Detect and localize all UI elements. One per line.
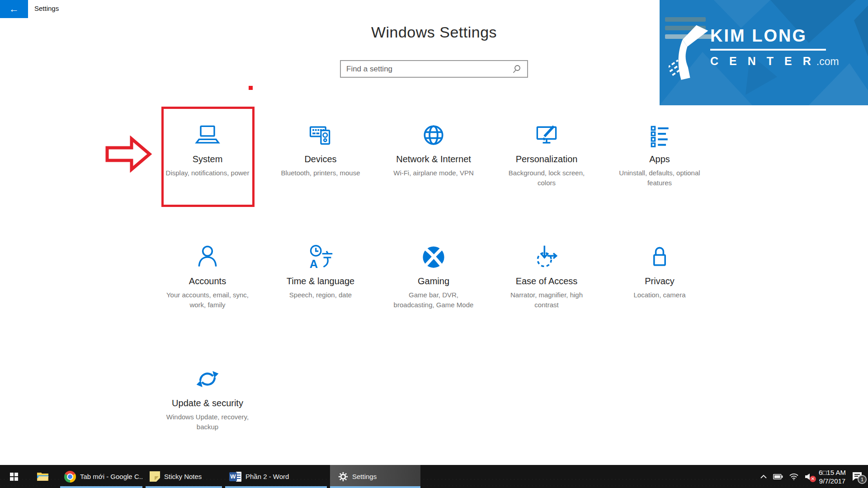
brand-suffix: .com [816,56,839,68]
tile-desc: Location, camera [633,290,685,300]
tile-title: Network & Internet [396,154,471,164]
taskbar-button-label: Settings [352,473,377,480]
system-tray: ✕ 6□15 AM 9/7/2017 1 [760,465,863,488]
annotation-dot [249,86,253,90]
running-indicator [60,486,142,488]
kimlong-brand-text: KIM LONG CENTER .com [710,26,839,68]
taskbar-button-word[interactable]: W Phần 2 - Word [225,465,327,488]
taskbar-button-label: Phần 2 - Word [245,473,289,480]
notification-count-badge: 1 [858,475,867,484]
tile-ease-of-access[interactable]: Ease of Access Narrator, magnifier, high… [490,229,603,335]
action-center-icon[interactable]: 1 [852,472,863,481]
tile-desc: Your accounts, email, sync, work, family [163,290,252,310]
tile-title: Time & language [287,276,354,286]
wifi-icon[interactable] [789,473,799,480]
tile-desc: Wi-Fi, airplane mode, VPN [393,168,474,178]
kimlong-watermark: KIM LONG CENTER .com [660,0,868,105]
tile-title: Personalization [516,154,578,164]
windows-logo-icon [10,473,18,481]
person-icon [193,243,222,272]
volume-muted-x-badge: ✕ [810,476,816,482]
annotation-arrow-icon [105,136,152,174]
tile-title: System [193,154,223,164]
banner-bar [665,17,706,22]
taskbar-button-chrome[interactable]: Tab mới - Google C... [60,465,142,488]
tile-system[interactable]: System Display, notifications, power [151,107,264,213]
tile-devices[interactable]: Devices Bluetooth, printers, mouse [264,107,377,213]
taskbar-button-label: Tab mới - Google C... [80,473,142,480]
brand-line-top: KIM LONG [710,26,839,46]
word-icon: W [229,472,241,482]
running-indicator [225,486,327,488]
tile-gaming[interactable]: Gaming Game bar, DVR, broadcasting, Game… [377,229,490,335]
tile-desc: Windows Update, recovery, backup [163,412,252,432]
tile-time-language[interactable]: A Time & language Speech, region, date [264,229,377,335]
tile-title: Ease of Access [516,276,578,286]
tile-network[interactable]: Network & Internet Wi-Fi, airplane mode,… [377,107,490,213]
tile-title: Accounts [189,276,226,286]
brand-line-bottom: CENTER [710,55,822,68]
sync-icon [193,365,222,394]
tile-desc: Background, lock screen, colors [502,168,591,188]
devices-icon [306,121,335,150]
globe-icon [419,121,448,150]
tile-desc: Bluetooth, printers, mouse [281,168,360,178]
tile-personalization[interactable]: Personalization Background, lock screen,… [490,107,603,213]
lock-icon [645,243,674,272]
tile-desc: Game bar, DVR, broadcasting, Game Mode [389,290,478,310]
tile-title: Devices [304,154,336,164]
taskbar-clock[interactable]: 6□15 AM 9/7/2017 [819,468,846,485]
laptop-icon [193,121,222,150]
back-button[interactable]: ← [0,0,28,18]
taskbar-button-settings[interactable]: Settings [330,465,420,488]
tile-update-security[interactable]: Update & security Windows Update, recove… [151,351,264,457]
running-indicator [330,486,420,488]
sticky-notes-icon [150,471,160,482]
tile-privacy[interactable]: Privacy Location, camera [603,229,716,335]
file-explorer-button[interactable] [33,465,52,488]
clock-language-icon: A [306,243,335,272]
volume-muted-icon[interactable]: ✕ [805,473,813,480]
kimlong-logo-mark [669,23,710,84]
tile-desc: Speech, region, date [289,290,352,300]
gear-icon [338,472,348,482]
tile-desc: Uninstall, defaults, optional features [615,168,704,188]
brand-divider [710,49,826,51]
svg-text:A: A [310,258,318,270]
taskbar-button-sticky-notes[interactable]: Sticky Notes [146,465,222,488]
display-brush-icon [532,121,561,150]
tile-desc: Display, notifications, power [166,168,250,178]
clock-time: 6□15 AM [819,468,846,477]
tray-chevron-up-icon[interactable] [760,474,767,479]
search-icon[interactable] [512,64,522,74]
tile-title: Update & security [172,398,243,408]
tile-apps[interactable]: Apps Uninstall, defaults, optional featu… [603,107,716,213]
list-icon [645,121,674,150]
settings-window: ← Settings Windows Settings System Displ… [0,0,868,488]
tile-title: Gaming [418,276,449,286]
start-button[interactable] [5,465,24,488]
ease-of-access-icon [532,243,561,272]
tile-desc: Narrator, magnifier, high contrast [502,290,591,310]
search-box[interactable] [340,60,528,78]
settings-tile-grid: System Display, notifications, power [151,107,717,473]
taskbar: Tab mới - Google C... Sticky Notes W Phầ… [0,465,868,488]
clock-date: 9/7/2017 [819,477,846,485]
file-explorer-icon [37,471,49,482]
running-indicator [146,486,222,488]
taskbar-button-label: Sticky Notes [164,473,202,480]
tile-accounts[interactable]: Accounts Your accounts, email, sync, wor… [151,229,264,335]
battery-icon[interactable] [773,474,783,479]
search-input[interactable] [341,65,512,74]
tile-title: Apps [649,154,670,164]
tile-title: Privacy [645,276,675,286]
back-arrow-icon: ← [9,3,19,15]
xbox-icon [419,243,448,272]
chrome-icon [64,471,76,483]
window-title: Settings [34,5,59,12]
